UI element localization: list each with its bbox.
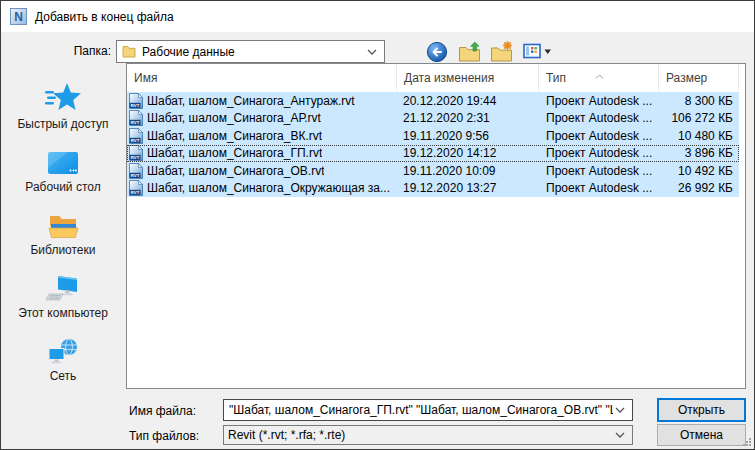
folder-icon (122, 45, 136, 58)
file-row[interactable]: RVT Шабат, шалом_Синагога_АР.rvt 21.12.2… (127, 110, 739, 128)
open-file-dialog: N Добавить в конец файла Папка: Рабочие … (0, 0, 755, 450)
create-new-folder-button[interactable] (489, 41, 513, 63)
file-type-cell: Проект Autodesk ... (539, 129, 659, 143)
file-name-cell: RVT Шабат, шалом_Синагога_ВК.rvt (127, 128, 397, 144)
svg-text:RVT: RVT (131, 120, 140, 125)
rvt-file-icon: RVT (129, 128, 143, 144)
sidebar-item-network[interactable]: Сеть (10, 331, 116, 383)
file-list: Имя Дата изменения Тип Размер RVT Шабат, (126, 63, 746, 389)
file-size-cell: 8 300 КБ (659, 94, 739, 108)
this-pc-icon (46, 268, 80, 302)
chevron-down-icon[interactable] (367, 49, 377, 55)
svg-text:N: N (14, 10, 23, 24)
file-name-cell: RVT Шабат, шалом_Синагога_ОВ.rvt (127, 163, 397, 179)
sidebar-item-label: Этот компьютер (18, 306, 108, 320)
file-name-cell: RVT Шабат, шалом_Синагога_ГП.rvt (127, 145, 397, 161)
back-icon (426, 41, 448, 63)
file-size-cell: 106 272 КБ (659, 111, 739, 125)
rvt-file-icon: RVT (129, 145, 143, 161)
file-name-cell: RVT Шабат, шалом_Синагога_Антураж.rvt (127, 93, 397, 109)
file-date-cell: 20.12.2020 19:44 (397, 94, 539, 108)
file-name-input[interactable] (225, 401, 613, 419)
svg-text:RVT: RVT (131, 155, 140, 160)
file-size-cell: 26 992 КБ (659, 181, 739, 195)
view-menu-icon (523, 43, 553, 60)
file-type-label: Тип файлов: (129, 429, 199, 443)
file-row-focused[interactable]: RVT Шабат, шалом_Синагога_ГП.rvt 19.12.2… (127, 145, 739, 163)
rvt-file-icon: RVT (129, 163, 143, 179)
sidebar-item-label: Рабочий стол (25, 180, 100, 194)
sidebar-item-libraries[interactable]: Библиотеки (10, 205, 116, 257)
file-type-cell: Проект Autodesk ... (539, 111, 659, 125)
libraries-icon (47, 205, 79, 239)
svg-text:RVT: RVT (131, 190, 140, 195)
file-type-cell: Проект Autodesk ... (539, 181, 659, 195)
dialog-toolbar (425, 40, 555, 63)
chevron-down-icon (615, 432, 625, 438)
sidebar-item-quick-access[interactable]: Быстрый доступ (10, 79, 116, 131)
places-bar: Быстрый доступ Рабочий стол (9, 63, 117, 389)
resize-grip[interactable] (742, 437, 752, 447)
file-size-cell: 3 896 КБ (659, 146, 739, 160)
svg-text:RVT: RVT (131, 103, 140, 108)
sidebar-item-label: Сеть (50, 369, 77, 383)
svg-text:RVT: RVT (131, 138, 140, 143)
file-name-label: Имя файла: (129, 404, 196, 418)
folder-combobox[interactable]: Рабочие данные (116, 40, 385, 63)
desktop-icon (46, 142, 80, 176)
file-type-cell: Проект Autodesk ... (539, 164, 659, 178)
create-new-folder-icon (490, 41, 513, 63)
quick-access-icon (45, 79, 81, 113)
file-row[interactable]: RVT Шабат, шалом_Синагога_ОВ.rvt 19.11.2… (127, 162, 739, 180)
network-icon (47, 331, 79, 365)
sidebar-item-desktop[interactable]: Рабочий стол (10, 142, 116, 194)
file-rows: RVT Шабат, шалом_Синагога_Антураж.rvt 20… (127, 92, 739, 197)
file-row[interactable]: RVT Шабат, шалом_Синагога_ВК.rvt 19.11.2… (127, 127, 739, 145)
sidebar-item-label: Быстрый доступ (17, 117, 108, 131)
file-name-cell: RVT Шабат, шалом_Синагога_АР.rvt (127, 110, 397, 126)
svg-text:RVT: RVT (131, 173, 140, 178)
file-row[interactable]: RVT Шабат, шалом_Синагога_Окружающая за.… (127, 180, 739, 198)
file-size-cell: 10 480 КБ (659, 129, 739, 143)
dialog-title: Добавить в конец файла (35, 10, 174, 24)
rvt-file-icon: RVT (129, 93, 143, 109)
file-date-cell: 19.11.2020 10:09 (397, 164, 539, 178)
column-header-date-modified[interactable]: Дата изменения (397, 64, 539, 91)
sidebar-item-this-pc[interactable]: Этот компьютер (10, 268, 116, 320)
column-header-name[interactable]: Имя (127, 64, 397, 91)
file-name-combobox (223, 399, 633, 421)
file-name-cell: RVT Шабат, шалом_Синагога_Окружающая за.… (127, 180, 397, 196)
current-folder-name: Рабочие данные (142, 45, 367, 59)
folder-label: Папка: (41, 44, 111, 58)
title-bar: N Добавить в конец файла (1, 1, 754, 32)
open-button[interactable]: Открыть (657, 398, 746, 422)
file-type-dropdown[interactable]: Revit (*.rvt; *.rfa; *.rte) (223, 425, 633, 445)
up-one-level-icon (458, 41, 481, 63)
file-date-cell: 19.11.2020 9:56 (397, 129, 539, 143)
file-list-header: Имя Дата изменения Тип Размер (127, 64, 745, 91)
file-date-cell: 19.12.2020 13:27 (397, 181, 539, 195)
navisworks-app-icon: N (10, 8, 27, 25)
file-row[interactable]: RVT Шабат, шалом_Синагога_Антураж.rvt 20… (127, 92, 739, 110)
column-header-size[interactable]: Размер (659, 64, 739, 91)
file-date-cell: 21.12.2020 2:31 (397, 111, 539, 125)
view-menu-button[interactable] (521, 41, 555, 63)
file-date-cell: 19.12.2020 14:12 (397, 146, 539, 160)
file-type-value: Revit (*.rvt; *.rfa; *.rte) (228, 428, 615, 442)
up-one-level-button[interactable] (457, 41, 481, 63)
chevron-down-icon[interactable] (615, 407, 625, 413)
back-button[interactable] (425, 41, 449, 63)
cancel-button[interactable]: Отмена (657, 424, 746, 446)
file-size-cell: 10 492 КБ (659, 164, 739, 178)
sidebar-item-label: Библиотеки (30, 243, 95, 257)
file-type-cell: Проект Autodesk ... (539, 146, 659, 160)
rvt-file-icon: RVT (129, 180, 143, 196)
sort-ascending-icon (595, 65, 604, 83)
rvt-file-icon: RVT (129, 110, 143, 126)
file-type-cell: Проект Autodesk ... (539, 94, 659, 108)
